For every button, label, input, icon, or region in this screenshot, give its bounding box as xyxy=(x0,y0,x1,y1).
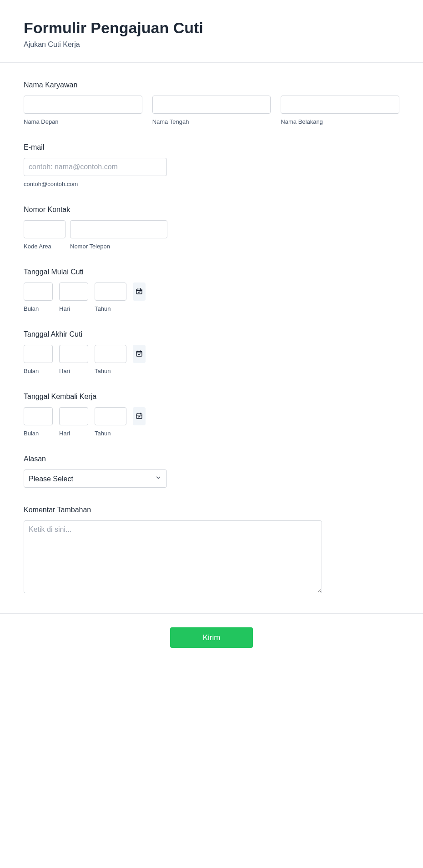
leave-start-day-input[interactable] xyxy=(59,283,88,301)
page-title: Formulir Pengajuan Cuti xyxy=(24,19,399,37)
leave-end-year-sublabel: Tahun xyxy=(95,368,126,374)
return-date-group: Tanggal Kembali Kerja Bulan Hari Tahun xyxy=(24,393,399,437)
leave-start-month-sublabel: Bulan xyxy=(24,305,53,312)
area-code-input[interactable] xyxy=(24,220,65,238)
return-year-sublabel: Tahun xyxy=(95,430,126,437)
leave-start-group: Tanggal Mulai Cuti Bulan Hari Tahun xyxy=(24,268,399,312)
phone-number-sublabel: Nomor Telepon xyxy=(70,243,167,250)
first-name-input[interactable] xyxy=(24,96,142,114)
return-year-input[interactable] xyxy=(95,407,126,425)
return-month-sublabel: Bulan xyxy=(24,430,53,437)
leave-end-label: Tanggal Akhir Cuti xyxy=(24,330,399,338)
middle-name-sublabel: Nama Tengah xyxy=(152,118,271,125)
email-group: E-mail contoh@contoh.com xyxy=(24,143,399,187)
return-day-sublabel: Hari xyxy=(59,430,88,437)
leave-start-label: Tanggal Mulai Cuti xyxy=(24,268,399,276)
leave-end-calendar-button[interactable] xyxy=(133,345,146,363)
comments-textarea[interactable] xyxy=(24,520,322,593)
phone-group: Nomor Kontak Kode Area Nomor Telepon xyxy=(24,206,399,250)
leave-start-year-input[interactable] xyxy=(95,283,126,301)
phone-label: Nomor Kontak xyxy=(24,206,399,214)
comments-group: Komentar Tambahan xyxy=(24,506,399,595)
leave-start-month-input[interactable] xyxy=(24,283,53,301)
leave-end-group: Tanggal Akhir Cuti Bulan Hari Tahun xyxy=(24,330,399,374)
first-name-sublabel: Nama Depan xyxy=(24,118,142,125)
leave-start-calendar-button[interactable] xyxy=(133,283,146,301)
svg-rect-0 xyxy=(136,289,142,294)
leave-start-day-sublabel: Hari xyxy=(59,305,88,312)
last-name-input[interactable] xyxy=(281,96,399,114)
email-input[interactable] xyxy=(24,158,167,176)
svg-rect-4 xyxy=(136,351,142,356)
calendar-icon xyxy=(136,350,143,358)
leave-end-month-input[interactable] xyxy=(24,345,53,363)
comments-label: Komentar Tambahan xyxy=(24,506,399,514)
email-helper: contoh@contoh.com xyxy=(24,181,399,187)
reason-group: Alasan Please Select xyxy=(24,455,399,488)
last-name-sublabel: Nama Belakang xyxy=(281,118,399,125)
calendar-icon xyxy=(136,288,143,296)
email-label: E-mail xyxy=(24,143,399,151)
return-day-input[interactable] xyxy=(59,407,88,425)
reason-select[interactable]: Please Select xyxy=(24,469,167,488)
employee-name-label: Nama Karyawan xyxy=(24,81,399,89)
middle-name-input[interactable] xyxy=(152,96,271,114)
leave-end-year-input[interactable] xyxy=(95,345,126,363)
reason-label: Alasan xyxy=(24,455,399,463)
submit-button[interactable]: Kirim xyxy=(170,627,253,648)
area-code-sublabel: Kode Area xyxy=(24,243,65,250)
return-date-label: Tanggal Kembali Kerja xyxy=(24,393,399,401)
svg-rect-8 xyxy=(136,414,142,419)
page-subtitle: Ajukan Cuti Kerja xyxy=(24,40,399,49)
phone-number-input[interactable] xyxy=(70,220,167,238)
employee-name-group: Nama Karyawan Nama Depan Nama Tengah Nam… xyxy=(24,81,399,125)
calendar-icon xyxy=(136,412,143,421)
return-calendar-button[interactable] xyxy=(133,407,146,425)
leave-start-year-sublabel: Tahun xyxy=(95,305,126,312)
return-month-input[interactable] xyxy=(24,407,53,425)
leave-end-day-sublabel: Hari xyxy=(59,368,88,374)
leave-end-day-input[interactable] xyxy=(59,345,88,363)
leave-end-month-sublabel: Bulan xyxy=(24,368,53,374)
